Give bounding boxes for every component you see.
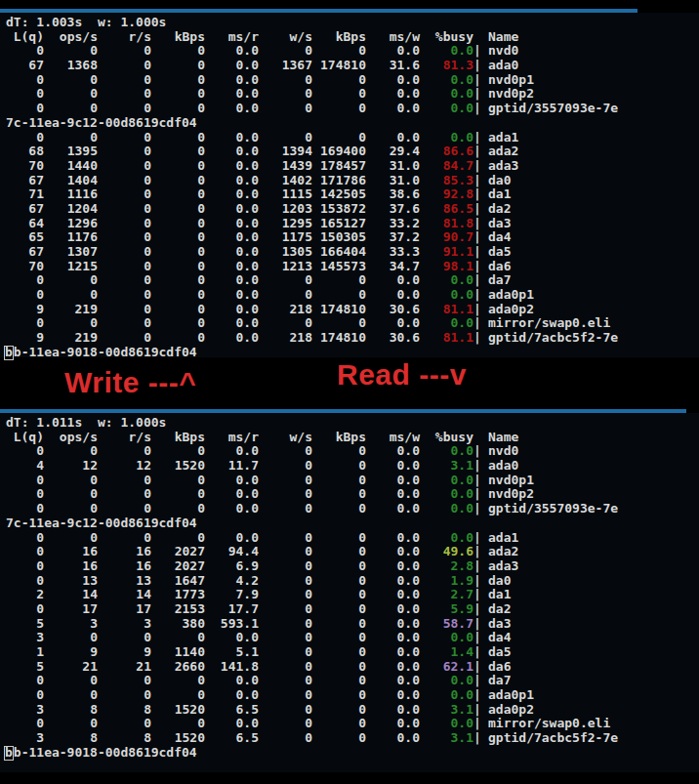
- gstat-row: 2141417737.9000.02.7|da1: [6, 588, 699, 602]
- gstat-row: 641296000.0129516512733.281.8|da3: [6, 217, 699, 231]
- gstat-column-header: L(q)ops/sr/skBpsms/rw/skBpsms/w%busy Nam…: [6, 431, 699, 445]
- column-header-name: Name: [481, 431, 518, 445]
- gstat-terminal-read[interactable]: dT: 1.011s w: 1.000sL(q)ops/sr/skBpsms/r…: [0, 413, 699, 772]
- device-name: nvd0: [481, 444, 518, 459]
- gstat-terminal-write[interactable]: dT: 1.003s w: 1.000sL(q)ops/sr/skBpsms/r…: [0, 13, 699, 357]
- busy-percent: 81.1: [420, 303, 473, 317]
- device-name: da5: [481, 645, 511, 660]
- column-header-busy: %busy: [420, 30, 473, 45]
- device-name: nvd0p1: [481, 73, 534, 88]
- gstat-row: 00000.0000.00.0|ada0p1: [6, 688, 699, 703]
- device-name: nvd0p1: [481, 474, 534, 488]
- gstat-row: 00000.0000.00.0|ada1: [6, 131, 699, 145]
- device-name: ada0p1: [481, 288, 534, 303]
- busy-percent: 0.0: [420, 73, 473, 88]
- device-name: da4: [481, 230, 511, 245]
- gstat-row: 00000.0000.00.0|mirror/swap0.eli: [6, 717, 699, 731]
- device-name: da2: [481, 202, 511, 217]
- gstat-row: 681395000.0139416940029.486.6|ada2: [6, 144, 699, 159]
- gstat-wrapped-gptid-line: 7c-11ea-9c12-00d8619cdf04: [6, 116, 699, 131]
- gstat-row: 671307000.0130516640433.391.1|da5: [6, 245, 699, 260]
- column-header-opss: ops/s: [44, 30, 98, 45]
- gstat-row: 00000.0000.00.0|da7: [6, 273, 699, 288]
- busy-percent: 92.8: [420, 187, 473, 202]
- busy-percent: 0.0: [420, 688, 473, 703]
- busy-percent: 81.1: [420, 331, 473, 346]
- gstat-row: 9219000.021817481030.681.1|gptid/7acbc5f…: [6, 331, 699, 346]
- busy-percent: 0.0: [420, 44, 473, 59]
- busy-percent: 0.0: [420, 87, 473, 102]
- busy-percent: 0.0: [420, 102, 473, 116]
- busy-percent: 0.0: [420, 631, 473, 645]
- busy-percent: 2.7: [420, 588, 473, 602]
- device-name: gptid/7acbc5f2-7e: [481, 731, 618, 746]
- gstat-column-header: L(q)ops/sr/skBpsms/rw/skBpsms/w%busy Nam…: [6, 30, 699, 45]
- busy-percent: 85.3: [420, 174, 473, 188]
- gstat-wrapped-gptid-line: 7c-11ea-9c12-00d8619cdf04: [6, 516, 699, 531]
- busy-percent: 1.9: [420, 574, 473, 589]
- column-header-kBps: kBps: [312, 30, 366, 45]
- busy-percent: 0.0: [420, 487, 473, 502]
- busy-percent: 1.4: [420, 645, 473, 660]
- device-name: da1: [481, 187, 511, 202]
- gstat-row: 19911405.1000.01.4|da5: [6, 645, 699, 660]
- write-annotation-label: Write ---^: [64, 366, 196, 399]
- column-header-msw: ms/w: [366, 30, 420, 45]
- column-header-kBps: kBps: [312, 431, 366, 445]
- busy-percent: 91.1: [420, 245, 473, 260]
- gstat-dt-line: dT: 1.003s w: 1.000s: [6, 16, 699, 30]
- busy-percent: 0.0: [420, 131, 473, 145]
- gstat-row: 00000.0000.00.0|ada1: [6, 531, 699, 546]
- column-header-rs: r/s: [98, 30, 151, 45]
- device-name: ada0p2: [481, 303, 534, 317]
- column-header-Lq: L(q): [6, 30, 44, 45]
- gstat-row: 38815206.5000.03.1|ada0p2: [6, 703, 699, 718]
- device-name: da1: [481, 588, 511, 602]
- busy-percent: 86.5: [420, 202, 473, 217]
- busy-percent: 0.0: [420, 273, 473, 288]
- gstat-row: 38815206.5000.03.1|gptid/7acbc5f2-7e: [6, 731, 699, 746]
- gstat-row: 00000.0000.00.0|nvd0p2: [6, 87, 699, 102]
- device-name: gptid/7acbc5f2-7e: [481, 331, 618, 346]
- busy-percent: 5.9: [420, 602, 473, 617]
- gstat-row: 0161620276.9000.02.8|ada3: [6, 559, 699, 574]
- busy-percent: 0.0: [420, 502, 473, 516]
- gstat-row: 00000.0000.00.0|nvd0: [6, 44, 699, 59]
- gstat-row: 671368000.0136717481031.681.3|ada0: [6, 59, 699, 73]
- busy-percent: 86.6: [420, 144, 473, 159]
- gstat-row: 00000.0000.00.0|nvd0p1: [6, 474, 699, 488]
- terminal-cursor: b: [4, 346, 14, 360]
- busy-percent: 81.8: [420, 217, 473, 231]
- gstat-row: 00000.0000.00.0|da7: [6, 674, 699, 688]
- device-name: da0: [481, 174, 511, 188]
- gstat-wrapped-gptid-line: bb-11ea-9018-00d8619cdf04: [6, 746, 699, 761]
- busy-percent: 98.1: [420, 260, 473, 274]
- gstat-row: 01717215317.7000.05.9|da2: [6, 602, 699, 617]
- terminal-cursor: b: [4, 746, 14, 761]
- gstat-dt-line: dT: 1.011s w: 1.000s: [6, 416, 699, 431]
- busy-percent: 0.0: [420, 717, 473, 731]
- gstat-row: 711116000.0111514250538.692.8|da1: [6, 187, 699, 202]
- device-name: da6: [481, 660, 511, 675]
- device-name: mirror/swap0.eli: [481, 717, 610, 731]
- device-name: da2: [481, 602, 511, 617]
- gstat-row: 521212660141.8000.062.1|da6: [6, 660, 699, 675]
- gstat-row: 701215000.0121314557334.798.1|da6: [6, 260, 699, 274]
- read-annotation-label: Read ---v: [337, 358, 467, 392]
- busy-percent: 62.1: [420, 660, 473, 675]
- column-header-rs: r/s: [98, 431, 151, 445]
- device-name: ada3: [481, 559, 518, 574]
- gstat-row: 00000.0000.00.0|nvd0p1: [6, 73, 699, 88]
- busy-percent: 58.7: [420, 617, 473, 632]
- column-header-kBps: kBps: [151, 431, 205, 445]
- device-name: nvd0: [481, 44, 518, 59]
- column-header-ws: w/s: [259, 30, 312, 45]
- device-name: da7: [481, 273, 511, 288]
- gstat-row: 01616202794.4000.049.6|ada2: [6, 545, 699, 559]
- device-name: ada0: [481, 59, 518, 73]
- gstat-row: 30000.0000.00.0|da4: [6, 631, 699, 645]
- gstat-row: 533380593.1000.058.7|da3: [6, 617, 699, 632]
- gstat-row: 00000.0000.00.0|ada0p1: [6, 288, 699, 303]
- column-header-busy: %busy: [420, 431, 473, 445]
- device-name: da6: [481, 260, 511, 274]
